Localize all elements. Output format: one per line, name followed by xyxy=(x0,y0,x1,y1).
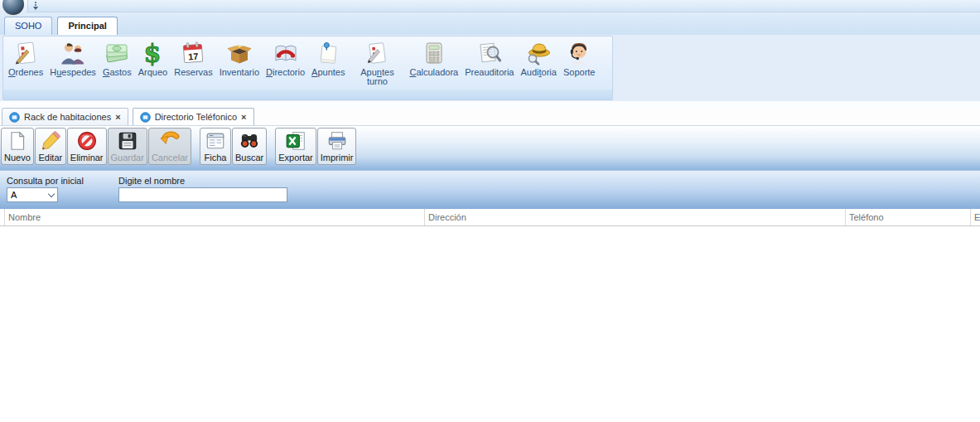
ribbon-item-inventario[interactable]: Inventario xyxy=(216,39,263,78)
apuntes-icon xyxy=(315,40,341,66)
eliminar-button[interactable]: Eliminar xyxy=(67,128,107,165)
ribbon-item-arqueo[interactable]: $Arqueo xyxy=(135,39,171,78)
directorio-icon xyxy=(273,40,299,66)
ribbon-item-huespedes[interactable]: Huespedes xyxy=(46,39,99,78)
ribbon-item-label: Apuntes turno xyxy=(351,68,403,86)
ribbon-item-apuntes[interactable]: Apuntes xyxy=(308,39,348,78)
exportar-icon xyxy=(285,130,307,152)
ribbon-item-gastos[interactable]: Gastos xyxy=(99,39,135,78)
ribbon-item-label: Calculadora xyxy=(409,68,458,77)
auditoria-icon xyxy=(525,40,552,66)
toolbar-button-label: Editar xyxy=(38,153,62,162)
ribbon-tab-soho[interactable]: SOHO xyxy=(4,17,52,35)
action-toolbar: NuevoEditarEliminarGuardarCancelarFichaB… xyxy=(0,126,980,170)
ribbon-item-ordenes[interactable]: Ordenes xyxy=(5,39,46,78)
document-tab-rack-de-habitaciones[interactable]: Rack de habitaciones× xyxy=(2,108,128,125)
cancelar-button: Cancelar xyxy=(148,128,191,165)
arqueo-icon: $ xyxy=(139,40,166,66)
svg-text:17: 17 xyxy=(188,51,199,62)
ribbon-item-label: Gastos xyxy=(103,68,132,77)
title-bar xyxy=(0,0,980,12)
ribbon-item-label: Arqueo xyxy=(138,68,167,77)
preauditoria-icon xyxy=(476,40,503,66)
huespedes-icon xyxy=(60,40,86,66)
ribbon-item-calculadora[interactable]: Calculadora xyxy=(406,39,461,78)
toolbar-button-label: Cancelar xyxy=(152,153,188,162)
ribbon-item-label: Auditoria xyxy=(521,68,557,77)
ficha-button[interactable]: Ficha xyxy=(200,128,231,165)
toolbar-button-label: Guardar xyxy=(111,153,144,162)
directory-table-header: NombreDirecciónTeléfonoEmail xyxy=(0,209,980,226)
imprimir-icon xyxy=(326,130,348,152)
dots-icon xyxy=(35,2,36,3)
quick-access-more-button[interactable] xyxy=(33,2,38,10)
exportar-button[interactable]: Exportar xyxy=(275,128,316,165)
ribbon-item-label: Preauditoria xyxy=(465,68,514,77)
ribbon: OrdenesHuespedesGastos$Arqueo17ReservasI… xyxy=(0,35,980,101)
apuntes-turno-icon xyxy=(364,40,390,66)
document-tab-row: Rack de habitaciones×Directorio Teléfoni… xyxy=(0,108,980,126)
document-tab-directorio-telefonico[interactable]: Directorio Teléfonico× xyxy=(133,108,254,125)
toolbar-button-label: Ficha xyxy=(204,153,226,162)
document-tab-label: Rack de habitaciones xyxy=(24,112,111,122)
toolbar-button-label: Eliminar xyxy=(70,153,104,162)
cancelar-icon xyxy=(159,130,181,152)
toolbar-button-label: Buscar xyxy=(235,153,263,162)
name-filter-input[interactable] xyxy=(118,187,287,202)
ficha-icon xyxy=(205,130,226,152)
nuevo-button[interactable]: Nuevo xyxy=(1,128,34,165)
eliminar-icon xyxy=(76,130,98,152)
ribbon-items: OrdenesHuespedesGastos$Arqueo17ReservasI… xyxy=(3,36,612,87)
close-tab-icon[interactable]: × xyxy=(241,112,246,122)
document-tab-label: Directorio Teléfonico xyxy=(155,112,237,122)
ribbon-tab-row: SOHOPrincipal xyxy=(0,12,980,35)
initial-filter-combobox[interactable]: A xyxy=(7,187,58,202)
toolbar-button-label: Exportar xyxy=(278,153,313,162)
ribbon-item-label: Directorio xyxy=(266,68,305,77)
directory-table-body[interactable] xyxy=(0,226,980,422)
soporte-icon xyxy=(566,40,592,66)
ribbon-item-label: Inventario xyxy=(220,68,259,77)
ribbon-item-reservas[interactable]: 17Reservas xyxy=(171,39,215,78)
calculadora-icon xyxy=(421,40,447,66)
chevron-down-icon xyxy=(48,190,55,196)
svg-text:$: $ xyxy=(144,40,162,66)
column-header-email[interactable]: Email xyxy=(971,209,980,226)
editar-button[interactable]: Editar xyxy=(35,128,66,165)
caret-down-icon xyxy=(33,7,38,10)
ordenes-icon xyxy=(12,40,39,66)
doc-tab-icon xyxy=(140,112,151,123)
ribbon-group-principal: OrdenesHuespedesGastos$Arqueo17ReservasI… xyxy=(2,36,613,100)
doc-tab-icon xyxy=(9,112,20,123)
column-header-nombre[interactable]: Nombre xyxy=(5,209,425,226)
toolbar-button-label: Nuevo xyxy=(4,153,31,162)
ribbon-item-soporte[interactable]: Soporte xyxy=(560,39,599,78)
app-menu-frame xyxy=(0,0,28,12)
ribbon-item-label: Huespedes xyxy=(50,68,96,77)
initial-filter-label: Consulta por inicial xyxy=(7,176,84,186)
column-header-direccion[interactable]: Dirección xyxy=(425,209,846,226)
ribbon-item-apuntes-turno[interactable]: Apuntes turno xyxy=(348,39,406,87)
buscar-button[interactable]: Buscar xyxy=(232,128,267,165)
toolbar-button-label: Imprimir xyxy=(321,153,354,162)
imprimir-button[interactable]: Imprimir xyxy=(317,128,357,165)
guardar-icon xyxy=(117,130,138,152)
ribbon-item-directorio[interactable]: Directorio xyxy=(263,39,308,78)
gastos-icon xyxy=(104,40,130,66)
ribbon-item-label: Ordenes xyxy=(8,68,43,77)
ribbon-item-label: Reservas xyxy=(174,68,212,77)
buscar-icon xyxy=(239,130,260,152)
column-header-telefono[interactable]: Teléfono xyxy=(846,209,971,226)
ribbon-gap xyxy=(0,101,980,108)
guardar-button: Guardar xyxy=(108,128,147,165)
reservas-icon: 17 xyxy=(180,40,206,66)
ribbon-item-label: Soporte xyxy=(563,68,596,77)
ribbon-item-preauditoria[interactable]: Preauditoria xyxy=(461,39,517,78)
initial-filter-value: A xyxy=(11,190,17,200)
ribbon-item-label: Apuntes xyxy=(311,68,345,77)
close-tab-icon[interactable]: × xyxy=(115,112,120,122)
nuevo-icon xyxy=(7,130,28,152)
ribbon-tab-principal[interactable]: Principal xyxy=(57,17,117,35)
ribbon-item-auditoria[interactable]: Auditoria xyxy=(518,39,560,78)
inventario-icon xyxy=(226,40,253,66)
